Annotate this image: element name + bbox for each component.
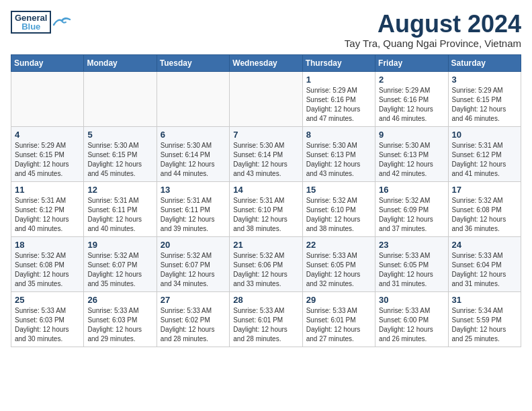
weekday-header-row: SundayMondayTuesdayWednesdayThursdayFrid…	[11, 54, 521, 71]
weekday-header-wednesday: Wednesday	[230, 54, 302, 71]
calendar-cell: 8Sunrise: 5:30 AM Sunset: 6:13 PM Daylig…	[302, 126, 375, 181]
calendar-cell: 19Sunrise: 5:32 AM Sunset: 6:07 PM Dayli…	[84, 236, 157, 291]
day-info: Sunrise: 5:29 AM Sunset: 6:16 PM Dayligh…	[306, 86, 371, 124]
day-number: 31	[452, 295, 517, 305]
day-number: 19	[87, 240, 152, 250]
day-number: 26	[87, 295, 152, 305]
calendar-cell: 25Sunrise: 5:33 AM Sunset: 6:03 PM Dayli…	[11, 291, 84, 347]
calendar-table: SundayMondayTuesdayWednesdayThursdayFrid…	[11, 54, 521, 347]
day-number: 24	[452, 240, 517, 250]
day-number: 1	[306, 75, 371, 85]
day-number: 28	[233, 295, 298, 305]
calendar-cell: 29Sunrise: 5:33 AM Sunset: 6:01 PM Dayli…	[302, 291, 375, 347]
day-number: 9	[379, 130, 444, 140]
day-info: Sunrise: 5:32 AM Sunset: 6:07 PM Dayligh…	[87, 251, 152, 289]
day-info: Sunrise: 5:33 AM Sunset: 6:03 PM Dayligh…	[87, 306, 152, 344]
calendar-cell: 30Sunrise: 5:33 AM Sunset: 6:00 PM Dayli…	[375, 291, 448, 347]
subtitle: Tay Tra, Quang Ngai Province, Vietnam	[345, 38, 521, 49]
day-info: Sunrise: 5:32 AM Sunset: 6:07 PM Dayligh…	[161, 251, 226, 289]
calendar-cell: 2Sunrise: 5:29 AM Sunset: 6:16 PM Daylig…	[375, 71, 448, 126]
calendar-cell: 17Sunrise: 5:32 AM Sunset: 6:08 PM Dayli…	[448, 181, 521, 236]
day-number: 29	[306, 295, 371, 305]
day-number: 27	[161, 295, 226, 305]
day-info: Sunrise: 5:31 AM Sunset: 6:11 PM Dayligh…	[161, 196, 226, 234]
calendar-cell: 3Sunrise: 5:29 AM Sunset: 6:15 PM Daylig…	[448, 71, 521, 126]
day-info: Sunrise: 5:31 AM Sunset: 6:11 PM Dayligh…	[87, 196, 152, 234]
day-number: 2	[379, 75, 444, 85]
day-info: Sunrise: 5:33 AM Sunset: 6:05 PM Dayligh…	[306, 251, 371, 289]
calendar-week-2: 4Sunrise: 5:29 AM Sunset: 6:15 PM Daylig…	[11, 126, 521, 181]
day-number: 5	[87, 130, 152, 140]
logo: General Blue	[11, 11, 71, 34]
day-number: 17	[452, 185, 517, 195]
calendar-cell: 21Sunrise: 5:32 AM Sunset: 6:06 PM Dayli…	[230, 236, 302, 291]
calendar-cell: 4Sunrise: 5:29 AM Sunset: 6:15 PM Daylig…	[11, 126, 84, 181]
calendar-cell	[84, 71, 157, 126]
day-number: 30	[379, 295, 444, 305]
day-number: 16	[379, 185, 444, 195]
calendar-cell: 1Sunrise: 5:29 AM Sunset: 6:16 PM Daylig…	[302, 71, 375, 126]
day-number: 7	[233, 130, 298, 140]
day-number: 18	[15, 240, 80, 250]
calendar-cell: 13Sunrise: 5:31 AM Sunset: 6:11 PM Dayli…	[157, 181, 229, 236]
day-info: Sunrise: 5:32 AM Sunset: 6:10 PM Dayligh…	[306, 196, 371, 234]
day-info: Sunrise: 5:31 AM Sunset: 6:12 PM Dayligh…	[15, 196, 80, 234]
day-info: Sunrise: 5:30 AM Sunset: 6:14 PM Dayligh…	[161, 141, 226, 179]
calendar-cell: 20Sunrise: 5:32 AM Sunset: 6:07 PM Dayli…	[157, 236, 229, 291]
calendar-cell: 7Sunrise: 5:30 AM Sunset: 6:14 PM Daylig…	[230, 126, 302, 181]
calendar-cell: 31Sunrise: 5:34 AM Sunset: 5:59 PM Dayli…	[448, 291, 521, 347]
calendar-cell: 27Sunrise: 5:33 AM Sunset: 6:02 PM Dayli…	[157, 291, 229, 347]
weekday-header-tuesday: Tuesday	[157, 54, 229, 71]
day-number: 25	[15, 295, 80, 305]
day-info: Sunrise: 5:33 AM Sunset: 6:01 PM Dayligh…	[306, 306, 371, 344]
weekday-header-friday: Friday	[375, 54, 448, 71]
calendar-cell	[11, 71, 84, 126]
day-number: 21	[233, 240, 298, 250]
calendar-week-5: 25Sunrise: 5:33 AM Sunset: 6:03 PM Dayli…	[11, 291, 521, 347]
calendar-cell: 14Sunrise: 5:31 AM Sunset: 6:10 PM Dayli…	[230, 181, 302, 236]
day-info: Sunrise: 5:30 AM Sunset: 6:15 PM Dayligh…	[87, 141, 152, 179]
day-info: Sunrise: 5:33 AM Sunset: 6:05 PM Dayligh…	[379, 251, 444, 289]
day-number: 11	[15, 185, 80, 195]
day-number: 10	[452, 130, 517, 140]
title-section: August 2024 Tay Tra, Quang Ngai Province…	[345, 11, 521, 49]
day-number: 22	[306, 240, 371, 250]
day-number: 4	[15, 130, 80, 140]
day-number: 23	[379, 240, 444, 250]
day-info: Sunrise: 5:34 AM Sunset: 5:59 PM Dayligh…	[452, 306, 517, 344]
day-info: Sunrise: 5:31 AM Sunset: 6:10 PM Dayligh…	[233, 196, 298, 234]
calendar-cell: 16Sunrise: 5:32 AM Sunset: 6:09 PM Dayli…	[375, 181, 448, 236]
day-number: 3	[452, 75, 517, 85]
day-number: 6	[161, 130, 226, 140]
day-info: Sunrise: 5:29 AM Sunset: 6:15 PM Dayligh…	[452, 86, 517, 124]
weekday-header-monday: Monday	[84, 54, 157, 71]
calendar-week-3: 11Sunrise: 5:31 AM Sunset: 6:12 PM Dayli…	[11, 181, 521, 236]
weekday-header-thursday: Thursday	[302, 54, 375, 71]
day-info: Sunrise: 5:32 AM Sunset: 6:06 PM Dayligh…	[233, 251, 298, 289]
logo-bird-icon	[52, 15, 71, 29]
calendar-cell: 22Sunrise: 5:33 AM Sunset: 6:05 PM Dayli…	[302, 236, 375, 291]
calendar-cell: 28Sunrise: 5:33 AM Sunset: 6:01 PM Dayli…	[230, 291, 302, 347]
day-number: 15	[306, 185, 371, 195]
day-info: Sunrise: 5:33 AM Sunset: 6:02 PM Dayligh…	[161, 306, 226, 344]
day-info: Sunrise: 5:30 AM Sunset: 6:13 PM Dayligh…	[379, 141, 444, 179]
day-info: Sunrise: 5:32 AM Sunset: 6:09 PM Dayligh…	[379, 196, 444, 234]
weekday-header-sunday: Sunday	[11, 54, 84, 71]
calendar-cell: 26Sunrise: 5:33 AM Sunset: 6:03 PM Dayli…	[84, 291, 157, 347]
main-title: August 2024	[345, 11, 521, 38]
calendar-cell: 12Sunrise: 5:31 AM Sunset: 6:11 PM Dayli…	[84, 181, 157, 236]
calendar-cell	[230, 71, 302, 126]
day-number: 8	[306, 130, 371, 140]
day-info: Sunrise: 5:33 AM Sunset: 6:01 PM Dayligh…	[233, 306, 298, 344]
calendar-cell	[157, 71, 229, 126]
calendar-cell: 6Sunrise: 5:30 AM Sunset: 6:14 PM Daylig…	[157, 126, 229, 181]
day-number: 12	[87, 185, 152, 195]
logo-blue-text: Blue	[21, 22, 40, 31]
calendar-cell: 9Sunrise: 5:30 AM Sunset: 6:13 PM Daylig…	[375, 126, 448, 181]
day-number: 13	[161, 185, 226, 195]
day-info: Sunrise: 5:33 AM Sunset: 6:03 PM Dayligh…	[15, 306, 80, 344]
day-info: Sunrise: 5:32 AM Sunset: 6:08 PM Dayligh…	[15, 251, 80, 289]
calendar-cell: 15Sunrise: 5:32 AM Sunset: 6:10 PM Dayli…	[302, 181, 375, 236]
page-header: General Blue August 2024 Tay Tra, Quang …	[11, 11, 521, 49]
calendar-cell: 18Sunrise: 5:32 AM Sunset: 6:08 PM Dayli…	[11, 236, 84, 291]
